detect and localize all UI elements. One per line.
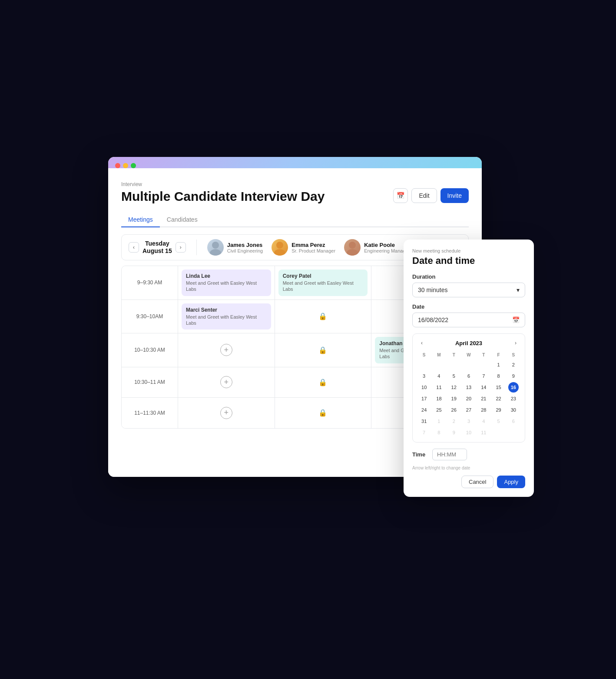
cal-day-3[interactable]: 3 <box>419 371 429 381</box>
cal-day-9[interactable]: 9 <box>508 371 519 381</box>
cal-day-12[interactable]: 12 <box>449 382 459 393</box>
interviewer-james: James Jones Civil Engineering <box>207 239 263 256</box>
cal-day-19[interactable]: 19 <box>449 393 459 404</box>
cal-day-21[interactable]: 21 <box>478 393 489 404</box>
slot-4-2: 🔒 <box>275 367 372 397</box>
cal-day-empty2 <box>434 359 444 370</box>
cal-day-20[interactable]: 20 <box>464 393 474 404</box>
traffic-light-yellow[interactable] <box>123 163 128 168</box>
time-cell-5: 11–11:30 AM <box>122 398 178 428</box>
tab-meetings[interactable]: Meetings <box>121 213 160 227</box>
lock-icon-4-2: 🔒 <box>318 378 327 386</box>
cal-day-24[interactable]: 24 <box>419 405 429 415</box>
cal-day-7[interactable]: 7 <box>478 371 489 381</box>
cal-day-22[interactable]: 22 <box>493 393 504 404</box>
cal-day-empty3 <box>449 359 459 370</box>
cal-day-empty5 <box>478 359 489 370</box>
hint-text: Arrow left/right to change date <box>412 466 525 470</box>
cal-day-15[interactable]: 15 <box>493 382 504 393</box>
tabs: Meetings Candidates <box>121 213 469 227</box>
cal-day-14[interactable]: 14 <box>478 382 489 393</box>
cal-day-18[interactable]: 18 <box>434 393 444 404</box>
cal-day-27[interactable]: 27 <box>464 405 474 415</box>
cal-day-8[interactable]: 8 <box>493 371 504 381</box>
add-slot-3-1[interactable]: + <box>220 344 232 356</box>
apply-button[interactable]: Apply <box>497 476 525 488</box>
add-slot-4-1[interactable]: + <box>220 376 232 388</box>
prev-date-button[interactable]: ‹ <box>129 242 139 253</box>
day-header-F: F <box>491 351 505 359</box>
slot-4-1[interactable]: + <box>178 367 275 397</box>
traffic-light-green[interactable] <box>131 163 136 168</box>
cal-day-4[interactable]: 4 <box>434 371 444 381</box>
time-row: Time <box>412 449 525 460</box>
calendar-grid: S M T W T F S 1 2 3 4 5 6 7 <box>417 351 520 438</box>
calendar-icon: 📅 <box>397 192 405 200</box>
next-date-button[interactable]: › <box>176 242 186 253</box>
page-title: Multiple Candidate Interview Day <box>121 189 325 204</box>
tab-candidates[interactable]: Candidates <box>160 213 205 227</box>
cal-day-17[interactable]: 17 <box>419 393 429 404</box>
cal-day-23[interactable]: 23 <box>508 393 519 404</box>
day-header-S1: S <box>417 351 431 359</box>
mini-calendar: ‹ April 2023 › S M T W T F S 1 2 <box>412 333 525 443</box>
time-input[interactable] <box>432 449 467 460</box>
breadcrumb: Interview <box>121 181 325 187</box>
cal-day-next-3: 3 <box>464 416 474 426</box>
cal-day-next-6: 6 <box>508 416 519 426</box>
duration-dropdown[interactable]: 30 minutes ▾ <box>412 283 525 297</box>
cal-day-13[interactable]: 13 <box>464 382 474 393</box>
slot-2-2: 🔒 <box>275 300 372 333</box>
cancel-button[interactable]: Cancel <box>461 476 493 488</box>
svg-point-2 <box>276 242 283 249</box>
calendar-icon-button[interactable]: 📅 <box>393 188 408 203</box>
slot-1-1: Linda Lee Meet and Greet with Easley Wes… <box>178 266 275 300</box>
day-header-M: M <box>432 351 446 359</box>
cal-day-6[interactable]: 6 <box>464 371 474 381</box>
lock-icon-5-2: 🔒 <box>318 409 327 417</box>
svg-point-4 <box>349 242 356 249</box>
cal-day-10[interactable]: 10 <box>419 382 429 393</box>
cal-day-2[interactable]: 2 <box>508 359 519 370</box>
cal-day-next-1: 1 <box>434 416 444 426</box>
cal-next-button[interactable]: › <box>511 338 520 348</box>
edit-button[interactable]: Edit <box>411 188 437 203</box>
cal-day-30[interactable]: 30 <box>508 405 519 415</box>
cal-day-26[interactable]: 26 <box>449 405 459 415</box>
cal-day-16-today[interactable]: 16 <box>508 382 519 393</box>
cal-day-1[interactable]: 1 <box>493 359 504 370</box>
date-input[interactable]: 16/08/2022 📅 <box>412 313 525 327</box>
svg-point-3 <box>274 249 285 256</box>
add-slot-5-1[interactable]: + <box>220 407 232 419</box>
cal-day-28[interactable]: 28 <box>478 405 489 415</box>
traffic-light-red[interactable] <box>115 163 120 168</box>
day-header-S2: S <box>507 351 520 359</box>
cal-day-11[interactable]: 11 <box>434 382 444 393</box>
time-cell-3: 10–10:30 AM <box>122 333 178 367</box>
calendar-month: April 2023 <box>455 340 482 346</box>
cal-day-next-5: 5 <box>493 416 504 426</box>
cal-day-next-7: 7 <box>419 427 429 438</box>
svg-point-5 <box>347 249 358 256</box>
cal-day-empty4 <box>464 359 474 370</box>
slot-3-1[interactable]: + <box>178 333 275 367</box>
meeting-card-marci[interactable]: Marci Senter Meet and Greet with Easley … <box>182 303 271 330</box>
avatar-katie <box>344 239 361 256</box>
slot-5-1[interactable]: + <box>178 398 275 428</box>
meeting-card-corey[interactable]: Corey Patel Meet and Greet with Easley W… <box>278 270 368 296</box>
meeting-card-linda[interactable]: Linda Lee Meet and Greet with Easley Wes… <box>182 270 271 296</box>
cal-prev-button[interactable]: ‹ <box>417 338 427 348</box>
day-header-W: W <box>462 351 476 359</box>
cal-day-25[interactable]: 25 <box>434 405 444 415</box>
cal-day-5[interactable]: 5 <box>449 371 459 381</box>
cal-day-next-2: 2 <box>449 416 459 426</box>
cal-day-29[interactable]: 29 <box>493 405 504 415</box>
invite-button[interactable]: Invite <box>440 188 469 203</box>
avatar-emma <box>272 239 288 256</box>
cal-day-31[interactable]: 31 <box>419 416 429 426</box>
cal-day-next-11: 11 <box>478 427 489 438</box>
interviewer-katie: Katie Poole Engineering Manager <box>344 239 410 256</box>
time-label: Time <box>412 451 428 458</box>
interviewer-emma: Emma Perez Sr. Product Manager <box>272 239 335 256</box>
cal-day-next-10: 10 <box>464 427 474 438</box>
